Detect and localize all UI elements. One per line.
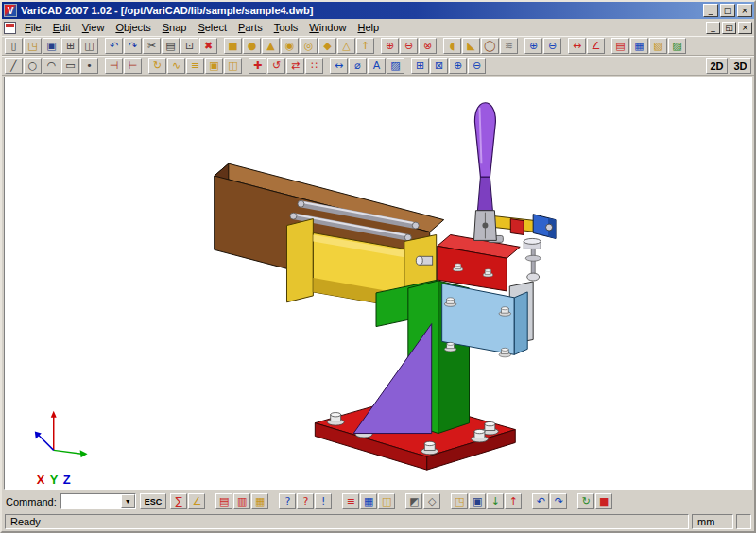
solid-cone-icon[interactable]: ▲ bbox=[262, 38, 280, 54]
thread-icon[interactable]: ≋ bbox=[500, 38, 518, 54]
command-dropdown-button[interactable]: ▼ bbox=[121, 494, 135, 508]
command-input[interactable] bbox=[61, 494, 121, 508]
view-3d-button[interactable]: 3D bbox=[730, 58, 751, 74]
close-button[interactable]: × bbox=[737, 4, 752, 17]
boolean-subtract-icon[interactable]: ⊖ bbox=[400, 38, 418, 54]
view-2d-button[interactable]: 2D bbox=[706, 58, 728, 74]
zoom-out-icon[interactable]: ⊖ bbox=[543, 38, 561, 54]
table-icon[interactable]: ▦ bbox=[360, 493, 377, 509]
hole-icon[interactable]: ◯ bbox=[481, 38, 499, 54]
handle-grip[interactable] bbox=[474, 103, 495, 177]
zoom-in-icon[interactable]: ⊕ bbox=[524, 38, 542, 54]
menu-objects[interactable]: Objects bbox=[110, 20, 156, 35]
side-bolt-head[interactable] bbox=[416, 256, 422, 265]
menu-file[interactable]: File bbox=[19, 20, 47, 35]
cut-icon[interactable]: ✂ bbox=[143, 38, 161, 54]
query-icon[interactable]: ? bbox=[297, 493, 314, 509]
menu-window[interactable]: Window bbox=[303, 20, 352, 35]
mdi-close-button[interactable]: × bbox=[738, 22, 752, 34]
save-part-icon[interactable]: ▣ bbox=[469, 493, 486, 509]
model-scene[interactable]: X Y Z bbox=[5, 77, 751, 489]
solid-prism-icon[interactable]: ◆ bbox=[318, 38, 336, 54]
wireframe-view-icon[interactable]: ◇ bbox=[423, 493, 440, 509]
copy-icon[interactable]: ▤ bbox=[162, 38, 180, 54]
solid-sphere-icon[interactable]: ◉ bbox=[281, 38, 299, 54]
document-icon[interactable] bbox=[4, 22, 16, 34]
rotate-icon[interactable]: ↺ bbox=[267, 58, 285, 74]
resize-grip[interactable] bbox=[736, 514, 751, 529]
grid-icon[interactable]: ▦ bbox=[630, 38, 648, 54]
handle-link[interactable] bbox=[477, 177, 492, 211]
layer-tool-icon[interactable]: ▥ bbox=[233, 493, 250, 509]
sweep-icon[interactable]: ∿ bbox=[167, 58, 185, 74]
solid-torus-icon[interactable]: ◎ bbox=[300, 38, 318, 54]
new-document-icon[interactable]: ▯ bbox=[5, 38, 23, 54]
menu-select[interactable]: Select bbox=[192, 20, 232, 35]
export-icon[interactable]: ↑ bbox=[505, 493, 522, 509]
redo-icon[interactable]: ↷ bbox=[124, 38, 142, 54]
paste-icon[interactable]: ⊡ bbox=[180, 38, 198, 54]
hatch-icon[interactable]: ▨ bbox=[387, 58, 404, 74]
maximize-button[interactable]: □ bbox=[720, 4, 735, 17]
boolean-union-icon[interactable]: ⊕ bbox=[381, 38, 399, 54]
move-icon[interactable]: ✚ bbox=[249, 58, 266, 74]
print-preview-icon[interactable]: ◫ bbox=[80, 38, 98, 54]
arm-red-piece[interactable] bbox=[510, 219, 524, 235]
circle-icon[interactable]: ○ bbox=[24, 58, 42, 74]
point-icon[interactable]: • bbox=[80, 58, 98, 74]
delete-icon[interactable]: ✖ bbox=[199, 38, 217, 54]
rectangle-icon[interactable]: ▭ bbox=[61, 58, 79, 74]
zoom-in-2-icon[interactable]: ⊕ bbox=[449, 58, 467, 74]
model-clamp-handle[interactable] bbox=[473, 103, 496, 241]
snap-settings-icon[interactable]: ▧ bbox=[649, 38, 667, 54]
rib-icon[interactable]: ◫ bbox=[224, 58, 242, 74]
trim-icon[interactable]: ⊣ bbox=[105, 58, 123, 74]
zoom-all-icon[interactable]: ⊠ bbox=[430, 58, 448, 74]
arm-pin[interactable] bbox=[546, 224, 553, 231]
print-icon[interactable]: ⊞ bbox=[61, 38, 79, 54]
extend-icon[interactable]: ⊢ bbox=[124, 58, 142, 74]
model-gusset[interactable] bbox=[353, 324, 432, 434]
list-icon[interactable]: ≡ bbox=[342, 493, 359, 509]
esc-button[interactable]: ESC bbox=[140, 493, 167, 509]
mdi-minimize-button[interactable]: _ bbox=[706, 22, 720, 34]
solid-cylinder-icon[interactable]: ● bbox=[243, 38, 261, 54]
loft-icon[interactable]: ≡ bbox=[186, 58, 204, 74]
zoom-out-2-icon[interactable]: ⊖ bbox=[468, 58, 486, 74]
menu-parts[interactable]: Parts bbox=[232, 20, 268, 35]
shell-icon[interactable]: ▣ bbox=[205, 58, 223, 74]
solid-pyramid-icon[interactable]: △ bbox=[337, 38, 355, 54]
zoom-window-icon[interactable]: ⊞ bbox=[411, 58, 429, 74]
text-icon[interactable]: A bbox=[368, 58, 386, 74]
minimize-button[interactable]: _ bbox=[703, 4, 718, 17]
open-file-icon[interactable]: ◳ bbox=[24, 38, 42, 54]
menu-snap[interactable]: Snap bbox=[157, 20, 193, 35]
layers-icon[interactable]: ▤ bbox=[611, 38, 629, 54]
open-library-icon[interactable]: ◳ bbox=[451, 493, 468, 509]
cylinder-left-flange[interactable] bbox=[286, 219, 313, 302]
model-clamp-spindle[interactable] bbox=[524, 238, 541, 281]
boolean-intersect-icon[interactable]: ⊗ bbox=[419, 38, 437, 54]
attributes-icon[interactable]: ▤ bbox=[215, 493, 232, 509]
undo-2-icon[interactable]: ↶ bbox=[532, 493, 549, 509]
spindle-foot[interactable] bbox=[527, 273, 540, 281]
menu-edit[interactable]: Edit bbox=[47, 20, 77, 35]
calculator-icon[interactable]: ∑ bbox=[170, 493, 187, 509]
angle-tool-icon[interactable]: ∠ bbox=[188, 493, 205, 509]
solid-box-icon[interactable]: ■ bbox=[224, 38, 242, 54]
measure-angle-icon[interactable]: ∠ bbox=[587, 38, 605, 54]
redo-2-icon[interactable]: ↷ bbox=[550, 493, 567, 509]
fillet-icon[interactable]: ◖ bbox=[443, 38, 461, 54]
color-tool-icon[interactable]: ▦ bbox=[251, 493, 268, 509]
viewport-3d[interactable]: X Y Z bbox=[4, 77, 752, 490]
mdi-restore-button[interactable]: ◱ bbox=[722, 22, 736, 34]
titlebar[interactable]: V VariCAD 2007 1.02 - [/opt/VariCAD/lib/… bbox=[2, 2, 754, 19]
menu-tools[interactable]: Tools bbox=[268, 20, 304, 35]
display-settings-icon[interactable]: ▨ bbox=[668, 38, 686, 54]
menu-view[interactable]: View bbox=[77, 20, 111, 35]
save-icon[interactable]: ▣ bbox=[43, 38, 60, 54]
blue-plate-side[interactable] bbox=[514, 292, 527, 354]
revolve-icon[interactable]: ↻ bbox=[148, 58, 166, 74]
bom-icon[interactable]: ◫ bbox=[378, 493, 395, 509]
solid-extrude-icon[interactable]: ↑ bbox=[356, 38, 374, 54]
